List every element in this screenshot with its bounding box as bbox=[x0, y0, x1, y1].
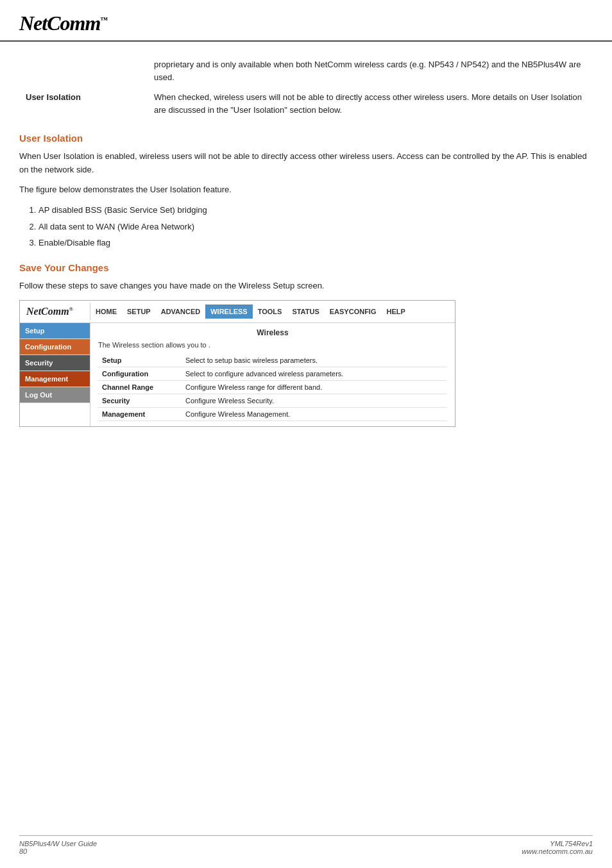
sidebar-configuration[interactable]: Configuration bbox=[20, 339, 90, 355]
menu-desc-channel-range: Configure Wireless range for different b… bbox=[182, 381, 447, 394]
page-footer: NB5Plus4/W User Guide 80 YML754Rev1 www.… bbox=[19, 835, 593, 855]
logo-text: NetComm bbox=[19, 12, 100, 35]
user-isolation-para2: The figure below demonstrates the User I… bbox=[19, 183, 593, 197]
router-body: Setup Configuration Security Management … bbox=[20, 323, 455, 426]
logo: NetComm™ bbox=[19, 12, 593, 35]
router-logo-tm: ® bbox=[69, 306, 73, 312]
nav-easyconfig[interactable]: EASYCONFIG bbox=[325, 305, 382, 319]
menu-desc-setup: Select to setup basic wireless parameter… bbox=[182, 354, 447, 367]
router-main-panel: Wireless The Wireless section allows you… bbox=[90, 323, 455, 426]
intro-description: proprietary and is only available when b… bbox=[148, 54, 593, 87]
nav-help[interactable]: HELP bbox=[381, 305, 410, 319]
user-isolation-label: User Isolation bbox=[19, 87, 148, 120]
menu-label-configuration[interactable]: Configuration bbox=[98, 367, 182, 381]
user-isolation-heading: User Isolation bbox=[19, 133, 593, 144]
footer-guide-title: NB5Plus4/W User Guide bbox=[19, 840, 97, 847]
router-section-title: Wireless bbox=[98, 328, 447, 337]
menu-desc-configuration: Select to configure advanced wireless pa… bbox=[182, 367, 447, 381]
logo-tm: ™ bbox=[100, 15, 107, 24]
menu-row-channel-range: Channel Range Configure Wireless range f… bbox=[98, 381, 447, 394]
list-item: AP disabled BSS (Basic Service Set) brid… bbox=[38, 203, 593, 217]
menu-row-management: Management Configure Wireless Management… bbox=[98, 408, 447, 421]
intro-label bbox=[19, 54, 148, 87]
footer-right: YML754Rev1 www.netcomm.com.au bbox=[522, 840, 593, 855]
nav-wireless[interactable]: WIRELESS bbox=[205, 305, 252, 319]
sidebar-security[interactable]: Security bbox=[20, 355, 90, 371]
sidebar-logout[interactable]: Log Out bbox=[20, 387, 90, 403]
nav-advanced[interactable]: ADVANCED bbox=[156, 305, 206, 319]
menu-label-management[interactable]: Management bbox=[98, 408, 182, 421]
save-changes-heading: Save Your Changes bbox=[19, 262, 593, 273]
sidebar-management[interactable]: Management bbox=[20, 371, 90, 387]
user-isolation-description: When checked, wireless users will not be… bbox=[148, 87, 593, 120]
footer-left: NB5Plus4/W User Guide 80 bbox=[19, 840, 97, 855]
router-logo-text: NetComm bbox=[26, 306, 69, 317]
definition-table: proprietary and is only available when b… bbox=[19, 54, 593, 120]
router-sidebar: Setup Configuration Security Management … bbox=[20, 323, 90, 426]
menu-label-security[interactable]: Security bbox=[98, 394, 182, 408]
user-isolation-row: User Isolation When checked, wireless us… bbox=[19, 87, 593, 120]
menu-row-security: Security Configure Wireless Security. bbox=[98, 394, 447, 408]
router-logo: NetComm® bbox=[20, 303, 90, 320]
user-isolation-para1: When User Isolation is enabled, wireless… bbox=[19, 150, 593, 177]
footer-website: www.netcomm.com.au bbox=[522, 847, 593, 855]
menu-row-configuration: Configuration Select to configure advanc… bbox=[98, 367, 447, 381]
feature-list: AP disabled BSS (Basic Service Set) brid… bbox=[38, 203, 593, 250]
footer-page-number: 80 bbox=[19, 847, 97, 855]
menu-label-channel-range[interactable]: Channel Range bbox=[98, 381, 182, 394]
menu-desc-management: Configure Wireless Management. bbox=[182, 408, 447, 421]
nav-home[interactable]: HOME bbox=[90, 305, 122, 319]
router-intro-text: The Wireless section allows you to . bbox=[98, 341, 447, 349]
menu-row-setup: Setup Select to setup basic wireless par… bbox=[98, 354, 447, 367]
nav-tools[interactable]: TOOLS bbox=[253, 305, 287, 319]
router-ui-screenshot: NetComm® HOME SETUP ADVANCED WIRELESS TO… bbox=[19, 300, 455, 427]
menu-desc-security: Configure Wireless Security. bbox=[182, 394, 447, 408]
page-header: NetComm™ bbox=[0, 0, 612, 42]
save-changes-para: Follow these steps to save changes you h… bbox=[19, 280, 593, 293]
list-item: Enable/Disable flag bbox=[38, 235, 593, 250]
nav-status[interactable]: STATUS bbox=[287, 305, 324, 319]
router-navbar: NetComm® HOME SETUP ADVANCED WIRELESS TO… bbox=[20, 301, 455, 323]
footer-rev: YML754Rev1 bbox=[522, 840, 593, 847]
sidebar-setup[interactable]: Setup bbox=[20, 323, 90, 339]
router-menu-table: Setup Select to setup basic wireless par… bbox=[98, 354, 447, 421]
intro-row: proprietary and is only available when b… bbox=[19, 54, 593, 87]
list-item: All data sent to WAN (Wide Area Network) bbox=[38, 219, 593, 234]
nav-setup[interactable]: SETUP bbox=[122, 305, 156, 319]
main-content: proprietary and is only available when b… bbox=[0, 42, 612, 453]
menu-label-setup[interactable]: Setup bbox=[98, 354, 182, 367]
